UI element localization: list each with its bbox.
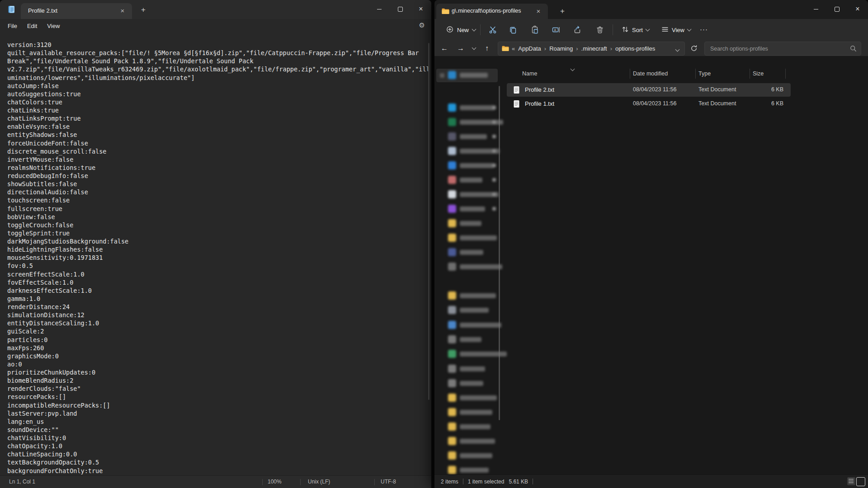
sidebar-item[interactable] xyxy=(436,362,498,375)
settings-gear-icon[interactable]: ⚙ xyxy=(419,21,425,29)
sidebar-scrollbar[interactable] xyxy=(499,86,500,420)
tab-close-icon[interactable]: × xyxy=(533,6,543,16)
sidebar-item[interactable] xyxy=(436,231,498,244)
breadcrumb-overflow-icon[interactable]: « xyxy=(512,45,515,52)
column-separator[interactable] xyxy=(750,69,750,79)
sidebar-item-icon xyxy=(448,190,456,198)
sidebar-item[interactable] xyxy=(436,420,498,433)
sidebar-item[interactable] xyxy=(436,377,498,389)
sidebar-item[interactable] xyxy=(436,391,498,404)
new-tab-button[interactable]: + xyxy=(138,5,149,15)
sort-button[interactable]: Sort xyxy=(618,23,653,37)
share-button[interactable] xyxy=(568,22,586,38)
file-row[interactable]: Profile 2.txt08/04/2023 11:56Text Docume… xyxy=(507,83,791,97)
maximize-button[interactable] xyxy=(390,0,410,18)
menu-view[interactable]: View xyxy=(42,21,65,32)
sidebar-item[interactable] xyxy=(436,217,498,230)
sidebar-pinned-item[interactable] xyxy=(436,69,498,82)
column-separator[interactable] xyxy=(785,69,786,79)
rename-button[interactable]: A xyxy=(547,22,565,38)
sidebar-item[interactable] xyxy=(436,304,498,316)
chevron-icon[interactable] xyxy=(492,135,496,138)
column-separator[interactable] xyxy=(630,69,630,79)
file-row[interactable]: Profile 1.txt08/04/2023 11:56Text Docume… xyxy=(507,97,791,111)
sidebar-item[interactable] xyxy=(436,333,498,346)
chevron-icon[interactable] xyxy=(492,149,496,153)
sidebar-item[interactable] xyxy=(436,449,498,462)
refresh-button[interactable] xyxy=(687,42,701,55)
copy-button[interactable] xyxy=(504,22,522,38)
sidebar-item[interactable] xyxy=(436,319,498,331)
sidebar-item[interactable] xyxy=(436,116,498,128)
paste-button[interactable] xyxy=(526,22,544,38)
breadcrumb-item[interactable]: .minecraft xyxy=(578,45,610,52)
column-header-size[interactable]: Size xyxy=(753,70,764,77)
sidebar-item-icon xyxy=(448,335,456,343)
sidebar-item[interactable] xyxy=(436,174,498,186)
view-button[interactable]: View xyxy=(658,23,694,37)
cut-button[interactable] xyxy=(484,22,502,38)
sidebar-item[interactable] xyxy=(436,406,498,418)
column-header-date[interactable]: Date modified xyxy=(633,70,668,77)
more-options-button[interactable]: ··· xyxy=(697,23,711,37)
search-input[interactable] xyxy=(709,42,842,55)
chevron-icon[interactable] xyxy=(492,164,496,167)
breadcrumb-item[interactable]: AppData xyxy=(515,45,544,52)
new-button[interactable]: New xyxy=(442,23,480,37)
sidebar-item[interactable] xyxy=(436,188,498,201)
breadcrumb-separator-icon[interactable]: › xyxy=(576,45,578,52)
breadcrumb-item[interactable]: options-profiles xyxy=(612,45,658,52)
menu-file[interactable]: File xyxy=(3,21,22,32)
new-tab-button[interactable]: + xyxy=(557,6,568,17)
sidebar-item[interactable] xyxy=(436,202,498,215)
close-button[interactable]: × xyxy=(847,0,868,18)
large-icons-view-button[interactable] xyxy=(856,477,865,486)
maximize-button[interactable] xyxy=(826,0,847,18)
sidebar-item-icon xyxy=(448,422,456,431)
column-separator[interactable] xyxy=(695,69,696,79)
menu-edit[interactable]: Edit xyxy=(22,21,42,32)
sidebar-item[interactable] xyxy=(436,145,498,157)
zoom-level[interactable]: 100% xyxy=(268,476,282,488)
column-header-name[interactable]: Name xyxy=(522,70,537,77)
chevron-icon[interactable] xyxy=(492,178,496,182)
editor-content[interactable]: version:3120 quilt_available_resource_pa… xyxy=(7,41,430,475)
delete-button[interactable] xyxy=(591,22,609,38)
notepad-titlebar[interactable]: Profile 2.txt × + × xyxy=(0,0,431,19)
forward-button[interactable]: → xyxy=(453,42,468,55)
sidebar-item[interactable] xyxy=(436,435,498,447)
sidebar-item[interactable] xyxy=(436,246,498,258)
explorer-titlebar[interactable]: g\.minecraft\options-profiles × + × xyxy=(434,0,868,19)
sidebar-item[interactable] xyxy=(436,347,498,360)
chevron-icon[interactable] xyxy=(492,192,496,196)
line-ending[interactable]: Unix (LF) xyxy=(308,476,330,488)
search-icon[interactable] xyxy=(850,45,857,54)
sidebar-item[interactable] xyxy=(436,159,498,172)
explorer-tab[interactable]: g\.minecraft\options-profiles × xyxy=(436,4,548,19)
notepad-tab[interactable]: Profile 2.txt × xyxy=(21,3,132,19)
recent-locations-button[interactable] xyxy=(469,42,479,55)
breadcrumb-item[interactable]: Roaming xyxy=(546,45,576,52)
close-button[interactable]: × xyxy=(410,0,431,18)
sidebar-item[interactable] xyxy=(436,289,498,302)
file-pane[interactable]: Name Date modified Type Size Profile 2.t… xyxy=(503,56,868,474)
sidebar-item[interactable] xyxy=(436,130,498,143)
column-header-type[interactable]: Type xyxy=(698,70,711,77)
address-bar[interactable]: « AppData›Roaming›.minecraft›options-pro… xyxy=(498,42,685,56)
minimize-button[interactable] xyxy=(369,0,390,18)
chevron-icon[interactable] xyxy=(492,106,496,109)
sidebar-item[interactable] xyxy=(436,260,498,273)
details-view-button[interactable] xyxy=(847,477,855,485)
editor-scrollbar[interactable] xyxy=(428,43,429,400)
tab-close-icon[interactable]: × xyxy=(118,6,127,16)
encoding[interactable]: UTF-8 xyxy=(381,476,396,488)
minimize-button[interactable] xyxy=(806,0,826,18)
chevron-icon[interactable] xyxy=(492,120,496,124)
sidebar-item[interactable] xyxy=(436,101,498,114)
back-button[interactable]: ← xyxy=(437,42,452,55)
chevron-icon[interactable] xyxy=(492,207,496,211)
up-button[interactable]: ↑ xyxy=(480,42,494,55)
sort-direction-icon[interactable] xyxy=(571,64,574,72)
address-dropdown-button[interactable] xyxy=(676,45,679,53)
sidebar-item-label-redacted xyxy=(460,410,492,415)
